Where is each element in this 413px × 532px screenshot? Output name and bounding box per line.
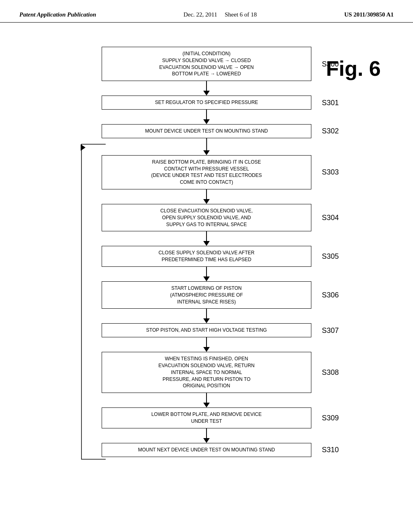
loop-arrow-right: [81, 144, 86, 151]
connector-7-8: [206, 337, 207, 347]
arrow-9-10: [203, 438, 210, 443]
step-s305: CLOSE SUPPLY SOLENOID VALVE AFTER PREDET…: [102, 246, 311, 267]
step-s300: (INITIAL CONDITION) SUPPLY SOLENOID VALV…: [102, 47, 311, 81]
publication-title: Patent Application Publication: [19, 11, 96, 18]
step-s309-wrapper: LOWER BOTTOM PLATE, AND REMOVE DEVICE UN…: [102, 407, 311, 428]
arrow-5-6: [203, 276, 210, 281]
step-s307-label: S307: [322, 326, 339, 335]
step-s304-wrapper: CLOSE EVACUATION SOLENOID VALVE, OPEN SU…: [102, 204, 311, 231]
step-s306-wrapper: START LOWERING OF PISTON (ATMOSPHERIC PR…: [102, 281, 311, 309]
step-s306: START LOWERING OF PISTON (ATMOSPHERIC PR…: [102, 281, 311, 309]
step-s300-wrapper: (INITIAL CONDITION) SUPPLY SOLENOID VALV…: [102, 47, 311, 81]
arrow-8-9: [203, 403, 210, 407]
step-s302-wrapper: MOUNT DEVICE UNDER TEST ON MOUNTING STAN…: [102, 124, 311, 138]
step-s300-label: S300: [322, 60, 339, 68]
step-s310-label: S310: [322, 446, 339, 454]
connector-1-2: [206, 110, 207, 119]
step-s308-label: S308: [322, 368, 339, 377]
connector-6-7: [206, 309, 207, 318]
connector-9-10: [206, 428, 207, 438]
step-s308-wrapper: WHEN TESTING IS FINISHED, OPEN EVACUATIO…: [102, 352, 311, 393]
step-s309-label: S309: [322, 414, 339, 422]
arrow-3-4: [203, 199, 210, 204]
arrow-2-3: [203, 150, 210, 155]
step-s307-wrapper: STOP PISTON, AND START HIGH VOLTAGE TEST…: [102, 323, 311, 337]
step-s302: MOUNT DEVICE UNDER TEST ON MOUNTING STAN…: [102, 124, 311, 138]
arrow-7-8: [203, 347, 210, 352]
page-header: Patent Application Publication Dec. 22, …: [0, 0, 413, 23]
header-date-sheet: Dec. 22, 2011 Sheet 6 of 18: [184, 11, 257, 18]
loop-arrow-head: [81, 144, 86, 151]
step-s303-label: S303: [322, 168, 339, 177]
flowchart: (INITIAL CONDITION) SUPPLY SOLENOID VALV…: [102, 47, 311, 473]
arrow-6-7: [203, 318, 210, 323]
step-s303: RAISE BOTTOM PLATE, BRINGING IT IN CLOSE…: [102, 155, 311, 189]
step-s310-wrapper: MOUNT NEXT DEVICE UNDER TEST ON MOUNTING…: [102, 443, 311, 457]
step-s309: LOWER BOTTOM PLATE, AND REMOVE DEVICE UN…: [102, 407, 311, 428]
header-date: Dec. 22, 2011: [184, 11, 217, 18]
step-s308: WHEN TESTING IS FINISHED, OPEN EVACUATIO…: [102, 352, 311, 393]
header-sheet: Sheet 6 of 18: [225, 11, 257, 18]
patent-number: US 2011/309850 A1: [344, 11, 394, 18]
step-s304: CLOSE EVACUATION SOLENOID VALVE, OPEN SU…: [102, 204, 311, 231]
step-s306-label: S306: [322, 291, 339, 299]
step-s305-label: S305: [322, 252, 339, 261]
arrow-0-1: [203, 91, 210, 96]
arrow-1-2: [203, 119, 210, 124]
step-s303-wrapper: RAISE BOTTOM PLATE, BRINGING IT IN CLOSE…: [102, 155, 311, 189]
step-s305-wrapper: CLOSE SUPPLY SOLENOID VALVE AFTER PREDET…: [102, 246, 311, 267]
step-s301-label: S301: [322, 98, 339, 107]
step-s301-wrapper: SET REGULATOR TO SPECIFIED PRESSURE S301: [102, 96, 311, 110]
step-s304-label: S304: [322, 214, 339, 222]
connector-5-6: [206, 267, 207, 276]
step-s307: STOP PISTON, AND START HIGH VOLTAGE TEST…: [102, 323, 311, 337]
connector-4-5: [206, 231, 207, 241]
step-s310: MOUNT NEXT DEVICE UNDER TEST ON MOUNTING…: [102, 443, 311, 457]
loop-entry-area: [102, 138, 311, 150]
connector-8-9: [206, 393, 207, 403]
connector-2-3: [206, 138, 207, 150]
step-s301: SET REGULATOR TO SPECIFIED PRESSURE: [102, 96, 311, 110]
step-s302-label: S302: [322, 127, 339, 135]
connector-0-1: [206, 81, 207, 91]
arrow-4-5: [203, 241, 210, 246]
connector-3-4: [206, 189, 207, 199]
